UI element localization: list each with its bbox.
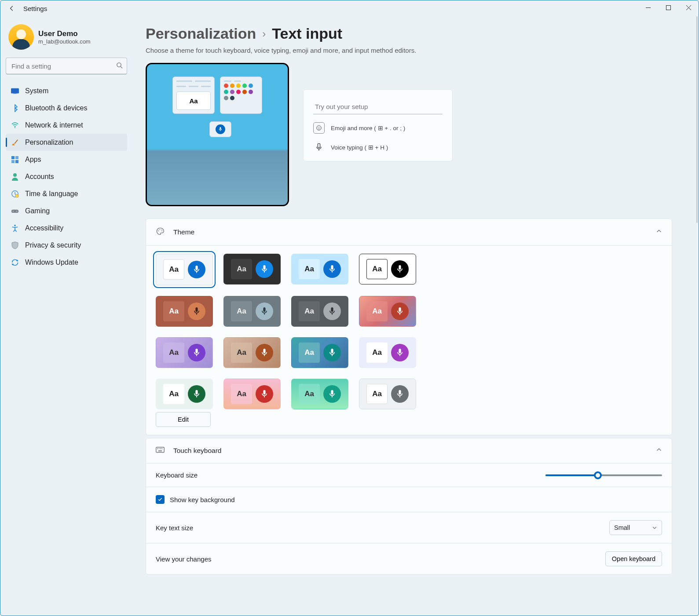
maximize-button[interactable] (658, 0, 678, 15)
minimize-icon (646, 5, 651, 10)
theme-header[interactable]: Theme (146, 219, 672, 245)
user-block[interactable]: User Demo m_lab@outlook.com (6, 22, 127, 52)
nav-label: System (25, 87, 48, 95)
bluetooth-icon (11, 104, 19, 112)
nav-label: Accounts (25, 173, 54, 181)
nav-item-accounts[interactable]: Accounts (6, 168, 127, 185)
user-email: m_lab@outlook.com (38, 38, 91, 45)
apps-icon (11, 156, 19, 164)
svg-rect-41 (331, 307, 333, 312)
nav-item-system[interactable]: System (6, 82, 127, 99)
nav-item-personalization[interactable]: Personalization (6, 134, 127, 151)
svg-rect-37 (195, 307, 198, 312)
svg-rect-53 (195, 390, 198, 394)
emoji-hint[interactable]: Emoji and more ( ⊞ + . or ; ) (313, 122, 443, 134)
theme-tile-custom[interactable]: Aa (359, 379, 416, 409)
check-icon (157, 497, 163, 502)
nav-label: Network & internet (25, 121, 83, 129)
brush-icon (11, 139, 19, 146)
svg-point-15 (13, 211, 14, 211)
gamepad-icon (11, 207, 19, 215)
nav-label: Privacy & security (25, 241, 81, 249)
theme-tile-violet[interactable]: Aa (359, 337, 416, 368)
search-icon (116, 62, 123, 70)
theme-tile-sky[interactable]: Aa (291, 254, 348, 284)
svg-rect-45 (195, 349, 198, 353)
key-text-size-row: Key text size Small (146, 512, 672, 543)
svg-point-16 (16, 211, 17, 211)
svg-point-28 (161, 230, 162, 231)
open-keyboard-button[interactable]: Open keyboard (605, 551, 662, 566)
voice-hint[interactable]: Voice typing ( ⊞ + H ) (313, 142, 443, 153)
nav-item-network[interactable]: Network & internet (6, 117, 127, 134)
window-title: Settings (23, 5, 47, 12)
search-box[interactable] (6, 58, 127, 74)
theme-section: Theme AaAaAaAaAaAaAaAaAaAaAaAaAaAaAaAa E… (146, 219, 672, 435)
svg-point-26 (159, 229, 160, 230)
svg-rect-63 (159, 448, 160, 449)
scrollbar[interactable] (696, 16, 698, 223)
keyboard-size-slider[interactable] (545, 474, 662, 476)
theme-tile-sunset[interactable]: Aa (359, 296, 416, 327)
svg-point-27 (161, 229, 161, 230)
svg-rect-31 (263, 265, 265, 270)
nav-label: Personalization (25, 139, 73, 146)
sync-icon (11, 259, 19, 266)
theme-tile-seafoam[interactable]: Aa (291, 379, 348, 409)
svg-point-21 (318, 127, 318, 128)
svg-rect-10 (15, 160, 18, 163)
breadcrumb-parent[interactable]: Personalization (146, 25, 256, 42)
theme-tile-lavender[interactable]: Aa (156, 337, 213, 368)
nav-list: SystemBluetooth & devicesNetwork & inter… (6, 82, 127, 271)
nav-item-gaming[interactable]: Gaming (6, 202, 127, 219)
theme-tile-light[interactable]: Aa (156, 254, 213, 285)
theme-tile-ocean[interactable]: Aa (291, 337, 348, 368)
chevron-up-icon (656, 228, 662, 236)
arrow-left-icon (9, 5, 15, 11)
svg-point-17 (14, 224, 16, 226)
preview-keyboard-mock: Aa (172, 77, 215, 114)
search-input[interactable] (6, 58, 127, 74)
show-key-bg-label: Show key background (170, 496, 235, 503)
theme-tile-mint[interactable]: Aa (156, 379, 213, 409)
chevron-up-icon (656, 447, 662, 455)
edit-theme-button[interactable]: Edit (156, 412, 211, 427)
nav-item-accessibility[interactable]: Accessibility (6, 219, 127, 237)
back-button[interactable] (5, 1, 19, 15)
tryout-input[interactable] (313, 99, 443, 114)
svg-point-6 (15, 127, 15, 128)
svg-rect-55 (263, 390, 265, 394)
nav-item-time[interactable]: Time & language (6, 185, 127, 202)
show-key-bg-row: Show key background (146, 487, 672, 512)
close-button[interactable] (678, 0, 699, 15)
show-key-bg-checkbox[interactable] (156, 495, 165, 504)
system-icon (11, 87, 19, 95)
theme-tile-dark[interactable]: Aa (223, 254, 281, 284)
svg-point-25 (158, 230, 159, 231)
page-subtitle: Choose a theme for touch keyboard, voice… (146, 47, 672, 54)
svg-rect-51 (399, 349, 401, 353)
theme-tile-steel[interactable]: Aa (223, 296, 281, 327)
theme-tile-slate[interactable]: Aa (291, 296, 348, 327)
theme-tile-bw[interactable]: Aa (359, 254, 416, 284)
tryout-card: Emoji and more ( ⊞ + . or ; ) Voice typi… (303, 89, 453, 161)
svg-rect-62 (157, 448, 158, 449)
theme-grid: AaAaAaAaAaAaAaAaAaAaAaAaAaAaAaAa (156, 254, 662, 409)
nav-item-privacy[interactable]: Privacy & security (6, 237, 127, 254)
breadcrumb-current: Text input (272, 25, 342, 42)
nav-item-bluetooth[interactable]: Bluetooth & devices (6, 99, 127, 117)
touch-keyboard-header[interactable]: Touch keyboard (146, 438, 672, 463)
theme-tile-blossom[interactable]: Aa (223, 379, 281, 409)
nav-label: Gaming (25, 207, 50, 215)
svg-rect-43 (399, 307, 401, 312)
close-icon (686, 5, 691, 10)
theme-tile-amber[interactable]: Aa (223, 337, 281, 368)
key-text-size-select[interactable]: Small (609, 520, 662, 535)
nav-item-apps[interactable]: Apps (6, 151, 127, 168)
theme-tile-terracotta[interactable]: Aa (156, 296, 213, 327)
keyboard-size-label: Keyboard size (156, 471, 198, 479)
nav-label: Bluetooth & devices (25, 104, 87, 112)
nav-item-update[interactable]: Windows Update (6, 254, 127, 271)
minimize-button[interactable] (638, 0, 658, 15)
avatar (8, 24, 34, 50)
